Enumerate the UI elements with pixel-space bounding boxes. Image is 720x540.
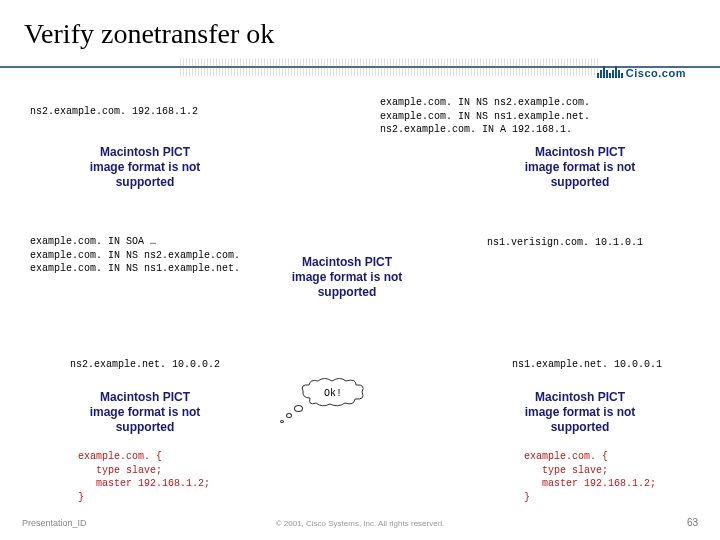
pict-error-2: Macintosh PICT image format is not suppo… (520, 145, 640, 190)
cisco-logo: Cisco.com (597, 66, 686, 80)
ok-bubble: Ok! (300, 378, 366, 408)
label-soa-records: example.com. IN SOA … example.com. IN NS… (30, 235, 240, 276)
page-title: Verify zonetransfer ok (0, 0, 720, 56)
pict-error-5: Macintosh PICT image format is not suppo… (520, 390, 640, 435)
cisco-logo-text: Cisco.com (626, 67, 686, 79)
label-ns1-example-net: ns1.example.net. 10.0.0.1 (512, 358, 662, 372)
pict-error-1: Macintosh PICT image format is not suppo… (85, 145, 205, 190)
config-left: example.com. { type slave; master 192.16… (78, 450, 210, 504)
cisco-logo-icon (597, 66, 623, 80)
pict-error-3: Macintosh PICT image format is not suppo… (287, 255, 407, 300)
label-ns2-example-com: ns2.example.com. 192.168.1.2 (30, 105, 198, 119)
label-ns1-verisign: ns1.verisign.com. 10.1.0.1 (487, 236, 643, 250)
config-right: example.com. { type slave; master 192.16… (524, 450, 656, 504)
ok-bubble-text: Ok! (300, 378, 366, 408)
footer-page-number: 63 (687, 517, 698, 528)
title-rule: Cisco.com (0, 58, 720, 80)
pict-error-4: Macintosh PICT image format is not suppo… (85, 390, 205, 435)
label-ns2-example-net: ns2.example.net. 10.0.0.2 (70, 358, 220, 372)
label-ns-records-top: example.com. IN NS ns2.example.com. exam… (380, 96, 590, 137)
footer-copyright: © 2001, Cisco Systems, Inc. All rights r… (0, 519, 720, 528)
